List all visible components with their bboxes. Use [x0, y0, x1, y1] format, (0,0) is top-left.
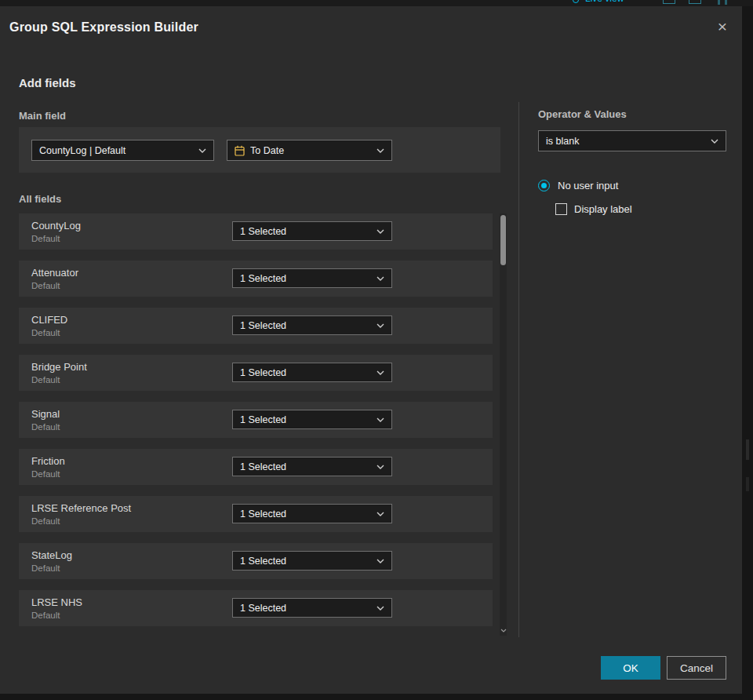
- main-field-select[interactable]: CountyLog | Default: [31, 140, 214, 161]
- field-name: Attenuator: [31, 267, 78, 279]
- operator-select[interactable]: is blank: [538, 130, 726, 151]
- field-subtitle: Default: [31, 328, 60, 337]
- field-name: Bridge Point: [31, 361, 87, 373]
- field-row-bridge-point: Bridge Point Default 1 Selected: [19, 355, 493, 391]
- field-subtitle: Default: [31, 469, 60, 479]
- field-subtitle: Default: [31, 281, 60, 290]
- operator-values-heading: Operator & Values: [538, 108, 627, 120]
- field-row-clifed: CLIFED Default 1 Selected: [19, 308, 493, 344]
- toolbar-icon: [663, 0, 675, 4]
- scrollbar[interactable]: [500, 213, 507, 636]
- toolbar-icon: [718, 0, 720, 5]
- add-fields-heading: Add fields: [19, 76, 76, 89]
- chevron-down-icon: [376, 148, 384, 153]
- field-selected-value: 1 Selected: [240, 461, 370, 472]
- scrollbar-thumb[interactable]: [500, 215, 506, 265]
- chevron-down-icon: [376, 276, 384, 281]
- background-app-strip: [742, 6, 753, 700]
- field-name: Friction: [31, 455, 65, 467]
- chevron-down-icon: [376, 465, 384, 469]
- field-row-countylog: CountyLog Default 1 Selected: [19, 213, 493, 250]
- field-selected-dropdown[interactable]: 1 Selected: [232, 504, 392, 523]
- field-selected-dropdown[interactable]: 1 Selected: [232, 551, 392, 571]
- main-field-select-value: CountyLog | Default: [39, 145, 192, 156]
- no-user-input-radio[interactable]: No user input: [538, 180, 618, 191]
- toolbar-icon: [689, 0, 701, 4]
- field-row-signal: Signal Default 1 Selected: [19, 402, 493, 438]
- calendar-icon: [235, 145, 245, 156]
- field-selected-dropdown[interactable]: 1 Selected: [232, 457, 392, 476]
- field-selected-value: 1 Selected: [240, 367, 370, 378]
- field-selected-dropdown[interactable]: 1 Selected: [232, 410, 392, 429]
- screen: Live view Group SQL Expression Builder ×…: [0, 0, 753, 700]
- field-name: LRSE Reference Post: [31, 502, 131, 514]
- chevron-down-icon: [198, 148, 206, 153]
- field-row-lrse-nhs: LRSE NHS Default 1 Selected: [19, 590, 493, 626]
- background-fragment: [746, 477, 749, 491]
- cancel-button[interactable]: Cancel: [667, 656, 726, 680]
- display-label-checkbox[interactable]: Display label: [555, 203, 632, 215]
- all-fields-list: CountyLog Default 1 Selected Attenuator …: [19, 213, 507, 636]
- field-selected-value: 1 Selected: [240, 556, 370, 567]
- ok-button[interactable]: OK: [601, 656, 660, 680]
- chevron-down-icon: [376, 370, 384, 375]
- field-selected-value: 1 Selected: [240, 320, 370, 331]
- date-type-select-value: To Date: [250, 145, 370, 156]
- field-selected-dropdown[interactable]: 1 Selected: [232, 363, 392, 382]
- main-field-label: Main field: [19, 110, 66, 122]
- close-icon[interactable]: ×: [714, 19, 731, 36]
- column-divider: [518, 102, 519, 637]
- live-view-icon: [573, 0, 579, 3]
- operator-select-value: is blank: [546, 136, 704, 147]
- field-name: StateLog: [31, 549, 72, 561]
- field-selected-value: 1 Selected: [240, 414, 370, 425]
- field-subtitle: Default: [31, 516, 60, 526]
- field-name: LRSE NHS: [31, 596, 82, 608]
- field-selected-value: 1 Selected: [240, 509, 370, 520]
- background-fragment: [746, 439, 749, 460]
- chevron-down-icon: [376, 606, 384, 611]
- group-sql-expression-builder-dialog: Group SQL Expression Builder × Add field…: [0, 6, 742, 694]
- field-selected-dropdown[interactable]: 1 Selected: [232, 598, 392, 618]
- toolbar-icon: [725, 0, 727, 5]
- chevron-down-icon: [711, 139, 718, 144]
- scroll-down-arrow-icon[interactable]: [500, 626, 507, 634]
- chevron-down-icon: [376, 417, 384, 422]
- field-subtitle: Default: [31, 422, 60, 432]
- field-row-lrse-reference-post: LRSE Reference Post Default 1 Selected: [19, 496, 493, 532]
- field-selected-dropdown[interactable]: 1 Selected: [232, 268, 392, 288]
- chevron-down-icon: [376, 559, 384, 563]
- field-row-attenuator: Attenuator Default 1 Selected: [19, 261, 493, 297]
- field-name: Signal: [31, 408, 60, 420]
- field-selected-value: 1 Selected: [240, 603, 370, 614]
- radio-label: No user input: [558, 180, 618, 191]
- background-app-topbar: Live view: [0, 0, 753, 6]
- field-name: CLIFED: [31, 314, 67, 326]
- field-row-statelog: StateLog Default 1 Selected: [19, 543, 493, 579]
- field-row-friction: Friction Default 1 Selected: [19, 449, 493, 485]
- date-type-select[interactable]: To Date: [227, 140, 392, 161]
- field-subtitle: Default: [31, 563, 60, 573]
- field-selected-dropdown[interactable]: 1 Selected: [232, 315, 392, 335]
- field-selected-dropdown[interactable]: 1 Selected: [232, 221, 392, 241]
- field-selected-value: 1 Selected: [240, 226, 370, 237]
- field-subtitle: Default: [31, 375, 60, 385]
- field-selected-value: 1 Selected: [240, 273, 370, 284]
- dialog-title: Group SQL Expression Builder: [9, 20, 198, 35]
- field-subtitle: Default: [31, 234, 60, 243]
- chevron-down-icon: [376, 512, 384, 516]
- chevron-down-icon: [376, 323, 384, 328]
- field-name: CountyLog: [31, 220, 81, 232]
- all-fields-label: All fields: [19, 193, 61, 205]
- main-field-panel: CountyLog | Default To Date: [19, 127, 500, 173]
- checkbox-label: Display label: [574, 203, 632, 215]
- field-subtitle: Default: [31, 611, 60, 620]
- checkbox-unchecked-icon[interactable]: [555, 203, 567, 215]
- radio-selected-icon[interactable]: [538, 180, 550, 191]
- live-view-label: Live view: [585, 0, 624, 4]
- dialog-header: Group SQL Expression Builder ×: [0, 6, 742, 47]
- chevron-down-icon: [376, 229, 384, 234]
